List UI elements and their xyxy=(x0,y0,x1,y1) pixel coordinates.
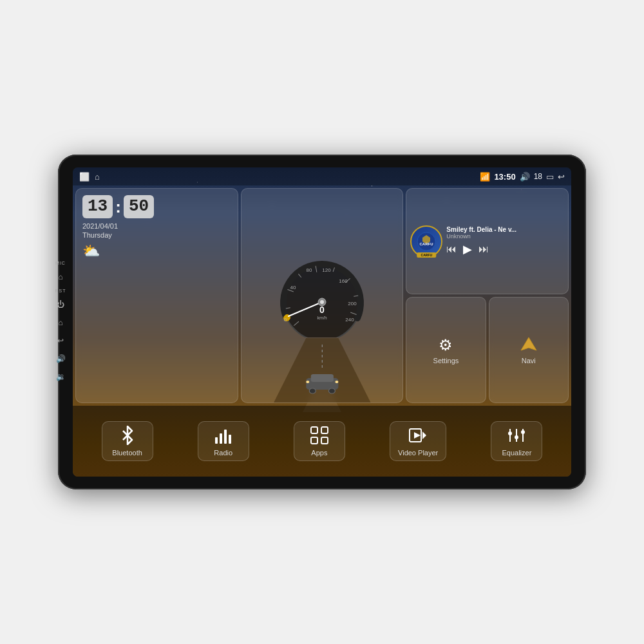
screen: ⬜ ⌂ 📶 13:50 🔊 18 ▭ ↩ 13 : 50 2021/ xyxy=(73,167,571,477)
svg-rect-36 xyxy=(224,430,227,444)
bottom-bar: Bluetooth Radio xyxy=(73,406,571,477)
road-scene xyxy=(242,338,403,402)
svg-point-50 xyxy=(521,430,525,434)
clock-minutes: 50 xyxy=(124,195,154,218)
svg-marker-43 xyxy=(422,431,426,439)
play-button[interactable]: ▶ xyxy=(463,242,472,256)
clock-day: Thursday xyxy=(82,231,112,239)
equalizer-label: Equalizer xyxy=(502,449,531,457)
music-logo: CARFU CARFU xyxy=(410,225,442,258)
svg-text:240: 240 xyxy=(345,317,354,323)
clock-separator: : xyxy=(115,195,121,218)
svg-point-48 xyxy=(515,435,518,439)
settings-navi-row: ⚙ Settings Navi xyxy=(406,297,569,403)
status-time: 13:50 xyxy=(494,172,515,182)
svg-point-29 xyxy=(335,381,338,383)
status-left: ⬜ ⌂ xyxy=(79,172,100,182)
battery-icon: ▭ xyxy=(546,172,554,182)
svg-text:200: 200 xyxy=(348,301,357,307)
back-status-icon: ↩ xyxy=(558,172,565,182)
bluetooth-button[interactable]: Bluetooth xyxy=(102,421,153,461)
mic-label: MIC xyxy=(55,261,66,265)
svg-rect-37 xyxy=(229,435,231,444)
equalizer-button[interactable]: Equalizer xyxy=(491,421,542,461)
svg-point-26 xyxy=(309,388,316,393)
back-side-icon[interactable]: ↩ xyxy=(54,334,67,347)
svg-rect-41 xyxy=(321,437,328,444)
svg-point-19 xyxy=(320,300,324,304)
bluetooth-icon xyxy=(118,426,137,445)
settings-widget[interactable]: ⚙ Settings xyxy=(406,297,486,403)
radio-icon xyxy=(214,426,233,445)
svg-text:0: 0 xyxy=(284,317,287,323)
speedometer-container: 0 40 80 120 160 200 240 0 xyxy=(247,194,398,397)
navi-icon xyxy=(520,336,538,354)
svg-text:CARFU: CARFU xyxy=(420,242,433,246)
home-side-icon[interactable]: ⌂ xyxy=(54,270,67,283)
home-icon: ⌂ xyxy=(95,172,100,182)
status-bar: ⬜ ⌂ 📶 13:50 🔊 18 ▭ ↩ xyxy=(73,167,571,185)
svg-text:0: 0 xyxy=(319,305,325,315)
svg-point-28 xyxy=(306,381,309,383)
svg-text:80: 80 xyxy=(307,267,312,273)
svg-text:40: 40 xyxy=(290,285,296,290)
music-widget[interactable]: CARFU CARFU Smiley ft. Delia - Ne v... U… xyxy=(406,188,569,294)
svg-text:120: 120 xyxy=(322,267,331,273)
prev-button[interactable]: ⏮ xyxy=(446,243,457,255)
svg-point-46 xyxy=(508,431,512,435)
status-right: 📶 13:50 🔊 18 ▭ ↩ xyxy=(480,172,565,182)
power-side-icon[interactable]: ⏻ xyxy=(54,298,67,311)
wifi-icon: 📶 xyxy=(480,172,490,182)
bluetooth-label: Bluetooth xyxy=(112,449,142,457)
svg-rect-40 xyxy=(311,437,317,444)
svg-rect-38 xyxy=(311,427,317,433)
svg-marker-44 xyxy=(414,432,421,439)
equalizer-icon xyxy=(507,426,526,445)
settings-icon: ⚙ xyxy=(439,336,453,354)
window-icon: ⬜ xyxy=(79,172,90,182)
rst-label: RST xyxy=(55,289,66,293)
navi-widget[interactable]: Navi xyxy=(489,297,569,403)
clock-date: 2021/04/01 xyxy=(82,222,118,230)
radio-button[interactable]: Radio xyxy=(198,421,249,461)
volume-level: 18 xyxy=(534,172,542,181)
speedometer-widget[interactable]: 0 40 80 120 160 200 240 0 xyxy=(241,188,404,403)
radio-label: Radio xyxy=(214,449,232,457)
volume-icon: 🔊 xyxy=(520,172,530,182)
weather-icon: ⛅ xyxy=(82,243,100,260)
music-controls: ⏮ ▶ ⏭ xyxy=(446,242,564,256)
clock-display: 13 : 50 xyxy=(82,195,154,218)
svg-rect-34 xyxy=(215,437,218,444)
navi-label: Navi xyxy=(522,357,536,365)
music-title: Smiley ft. Delia - Ne v... xyxy=(446,226,564,233)
apps-icon xyxy=(310,426,329,445)
svg-rect-39 xyxy=(321,427,328,433)
main-content: 13 : 50 2021/04/01 Thursday ⛅ xyxy=(73,185,571,406)
video-label: Video Player xyxy=(398,449,438,457)
svg-text:km/h: km/h xyxy=(317,316,327,320)
clock-hours: 13 xyxy=(82,195,113,218)
side-controls: MIC ⌂ RST ⏻ ⌂ ↩ 🔊 🔉 xyxy=(54,261,67,383)
vol-down-icon[interactable]: 🔉 xyxy=(54,370,67,383)
car-head-unit: MIC ⌂ RST ⏻ ⌂ ↩ 🔊 🔉 ⬜ ⌂ 📶 13:50 🔊 18 ▭ ↩ xyxy=(58,155,586,489)
video-icon xyxy=(408,426,428,445)
music-info: Smiley ft. Delia - Ne v... Unknown ⏮ ▶ ⏭ xyxy=(446,226,564,256)
svg-text:160: 160 xyxy=(339,278,348,284)
svg-rect-35 xyxy=(220,433,222,444)
settings-label: Settings xyxy=(433,357,459,365)
video-button[interactable]: Video Player xyxy=(390,421,446,461)
home2-side-icon[interactable]: ⌂ xyxy=(54,316,67,329)
clock-widget[interactable]: 13 : 50 2021/04/01 Thursday ⛅ xyxy=(75,188,238,403)
apps-label: Apps xyxy=(311,449,327,457)
svg-rect-25 xyxy=(310,374,333,382)
apps-button[interactable]: Apps xyxy=(294,421,345,461)
music-artist: Unknown xyxy=(446,233,564,240)
next-button[interactable]: ⏭ xyxy=(478,243,489,255)
speedometer-svg: 0 40 80 120 160 200 240 0 xyxy=(274,254,370,337)
svg-point-27 xyxy=(328,388,335,393)
svg-marker-33 xyxy=(521,337,536,350)
vol-up-icon[interactable]: 🔊 xyxy=(54,352,67,365)
music-ribbon: CARFU xyxy=(417,252,437,258)
